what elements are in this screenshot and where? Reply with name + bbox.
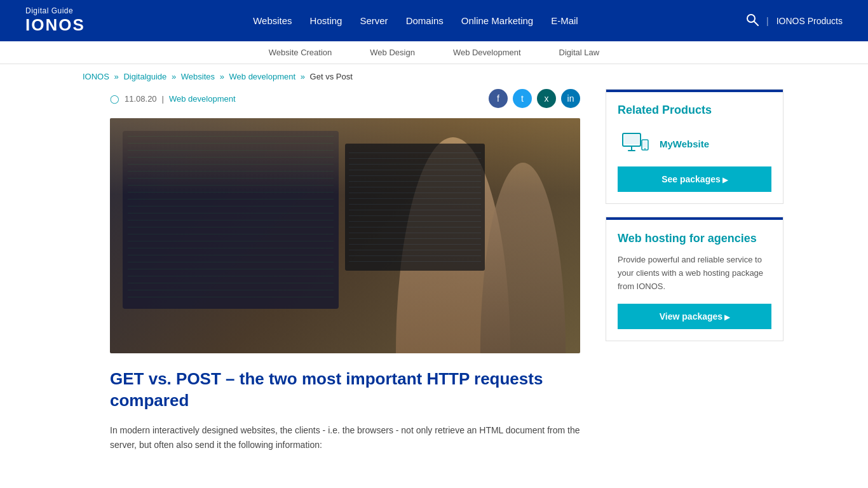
card1-header: Related Products bbox=[606, 90, 783, 131]
breadcrumb-web-development[interactable]: Web development bbox=[229, 72, 296, 81]
header-divider: | bbox=[766, 16, 769, 26]
article-date: 11.08.20 bbox=[125, 94, 157, 104]
social-share-buttons: f t x in bbox=[489, 89, 580, 108]
site-header: Digital Guide IONOS Websites Hosting Ser… bbox=[0, 0, 868, 41]
product-name-link[interactable]: MyWebsite bbox=[660, 139, 709, 149]
product-row: MyWebsite bbox=[606, 131, 783, 166]
sub-nav: Website Creation Web Design Web Developm… bbox=[0, 41, 868, 64]
meta-left: ◯ 11.08.20 | Web development bbox=[110, 94, 236, 104]
logo-top-text: Digital Guide bbox=[25, 6, 85, 15]
view-packages-button[interactable]: View packages bbox=[618, 304, 771, 329]
second-screen-decoration bbox=[345, 144, 485, 271]
article-category[interactable]: Web development bbox=[169, 94, 236, 104]
nav-hosting[interactable]: Hosting bbox=[310, 15, 342, 26]
article-intro: In modern interactively designed website… bbox=[110, 423, 580, 454]
share-twitter[interactable]: t bbox=[513, 89, 532, 108]
nav-online-marketing[interactable]: Online Marketing bbox=[461, 15, 533, 26]
subnav-digital-law[interactable]: Digital Law bbox=[559, 48, 600, 57]
breadcrumb: IONOS » Digitalguide » Websites » Web de… bbox=[0, 64, 868, 89]
article-body: In modern interactively designed website… bbox=[110, 423, 580, 454]
search-icon[interactable] bbox=[746, 13, 759, 28]
web-hosting-agencies-card: Web hosting for agencies Provide powerfu… bbox=[606, 217, 783, 341]
logo[interactable]: Digital Guide IONOS bbox=[25, 6, 85, 35]
share-xing[interactable]: x bbox=[537, 89, 556, 108]
meta-separator: | bbox=[162, 94, 164, 104]
facebook-icon: f bbox=[497, 93, 499, 104]
breadcrumb-sep-4: » bbox=[301, 72, 305, 81]
card2-body: Provide powerful and reliable service to… bbox=[606, 254, 783, 303]
subnav-web-development[interactable]: Web Development bbox=[453, 48, 521, 57]
subnav-web-design[interactable]: Web Design bbox=[370, 48, 415, 57]
svg-rect-3 bbox=[624, 135, 639, 144]
main-nav: Websites Hosting Server Domains Online M… bbox=[253, 15, 578, 26]
sidebar: Related Products MyWe bbox=[606, 89, 783, 453]
card2-header: Web hosting for agencies bbox=[606, 217, 783, 246]
header-right: | IONOS Products bbox=[746, 13, 843, 28]
article-hero-image bbox=[110, 118, 580, 353]
share-facebook[interactable]: f bbox=[489, 89, 508, 108]
clock-icon: ◯ bbox=[110, 94, 119, 104]
breadcrumb-ionos[interactable]: IONOS bbox=[83, 72, 109, 81]
twitter-icon: t bbox=[521, 93, 524, 104]
nav-server[interactable]: Server bbox=[360, 15, 388, 26]
card2-text: Provide powerful and reliable service to… bbox=[618, 254, 771, 293]
breadcrumb-sep-1: » bbox=[114, 72, 119, 81]
svg-rect-5 bbox=[628, 150, 635, 151]
card2-title: Web hosting for agencies bbox=[618, 231, 771, 246]
subnav-website-creation[interactable]: Website Creation bbox=[269, 48, 332, 57]
article-area: ◯ 11.08.20 | Web development f t x in bbox=[110, 89, 580, 453]
linkedin-icon: in bbox=[567, 93, 574, 104]
nav-email[interactable]: E-Mail bbox=[551, 15, 578, 26]
ionos-products-link[interactable]: IONOS Products bbox=[776, 16, 843, 26]
nav-domains[interactable]: Domains bbox=[406, 15, 444, 26]
card1-title: Related Products bbox=[618, 104, 771, 117]
share-linkedin[interactable]: in bbox=[561, 89, 580, 108]
see-packages-button[interactable]: See packages bbox=[618, 166, 771, 192]
breadcrumb-sep-2: » bbox=[172, 72, 176, 81]
svg-point-8 bbox=[644, 148, 646, 149]
related-products-card: Related Products MyWe bbox=[606, 89, 783, 204]
mywebsite-icon bbox=[618, 131, 649, 156]
breadcrumb-websites[interactable]: Websites bbox=[181, 72, 215, 81]
article-title: GET vs. POST – the two most important HT… bbox=[110, 369, 580, 412]
breadcrumb-current: Get vs Post bbox=[310, 72, 353, 81]
breadcrumb-sep-3: » bbox=[220, 72, 224, 81]
page-container: ◯ 11.08.20 | Web development f t x in bbox=[53, 89, 815, 478]
xing-icon: x bbox=[545, 93, 549, 104]
svg-rect-7 bbox=[643, 141, 648, 147]
svg-line-1 bbox=[754, 22, 758, 25]
svg-point-0 bbox=[747, 15, 755, 22]
logo-bottom-text: IONOS bbox=[25, 15, 85, 35]
product-icon bbox=[618, 131, 649, 156]
breadcrumb-digitalguide[interactable]: Digitalguide bbox=[123, 72, 166, 81]
nav-websites[interactable]: Websites bbox=[253, 15, 292, 26]
article-meta: ◯ 11.08.20 | Web development f t x in bbox=[110, 89, 580, 108]
